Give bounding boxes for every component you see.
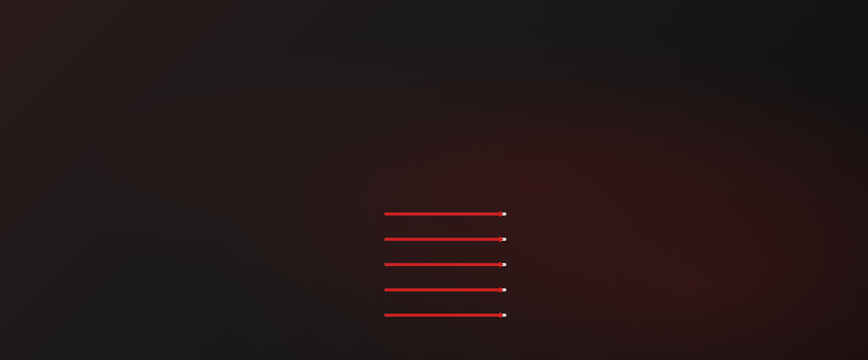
ambience-volume-track xyxy=(385,288,506,291)
music-volume-fill xyxy=(385,263,500,266)
ambience-volume-fill xyxy=(385,288,500,291)
background-blur xyxy=(0,0,868,360)
settings-screen: GAMEPLAY AUDIO VIDEO CONTROLS GENERAL VO… xyxy=(0,0,868,360)
sfx-volume-fill xyxy=(385,238,500,241)
master-volume-track xyxy=(385,213,506,216)
voice-volume-track xyxy=(385,314,506,317)
master-volume-fill xyxy=(385,213,500,216)
sfx-volume-track xyxy=(385,238,506,241)
voice-volume-fill xyxy=(385,314,500,317)
music-volume-track xyxy=(385,263,506,266)
